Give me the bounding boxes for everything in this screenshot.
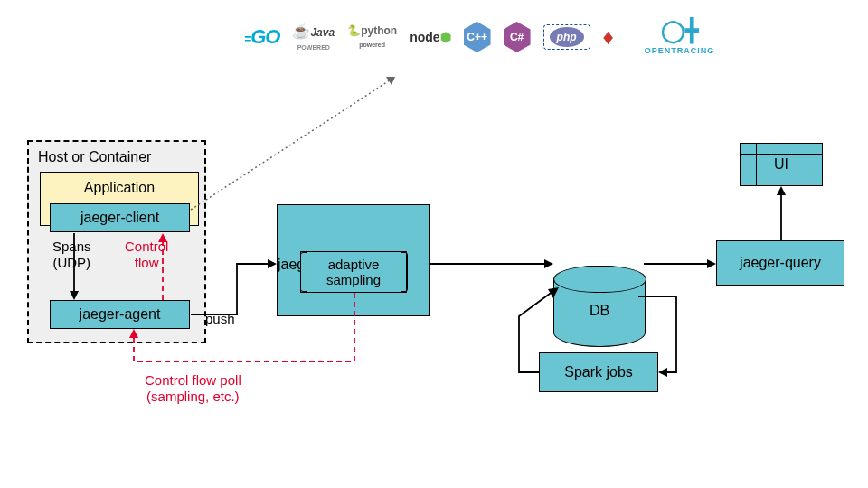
arrows-overlay	[0, 0, 868, 488]
svg-marker-1	[70, 291, 79, 300]
db-label: DB	[590, 303, 609, 319]
svg-marker-3	[268, 259, 277, 268]
svg-marker-4	[544, 259, 553, 268]
svg-marker-5	[707, 259, 716, 268]
svg-marker-6	[777, 186, 786, 195]
svg-marker-2	[158, 233, 167, 242]
svg-marker-7	[658, 368, 667, 377]
svg-marker-9	[129, 329, 138, 338]
svg-marker-0	[386, 77, 395, 85]
